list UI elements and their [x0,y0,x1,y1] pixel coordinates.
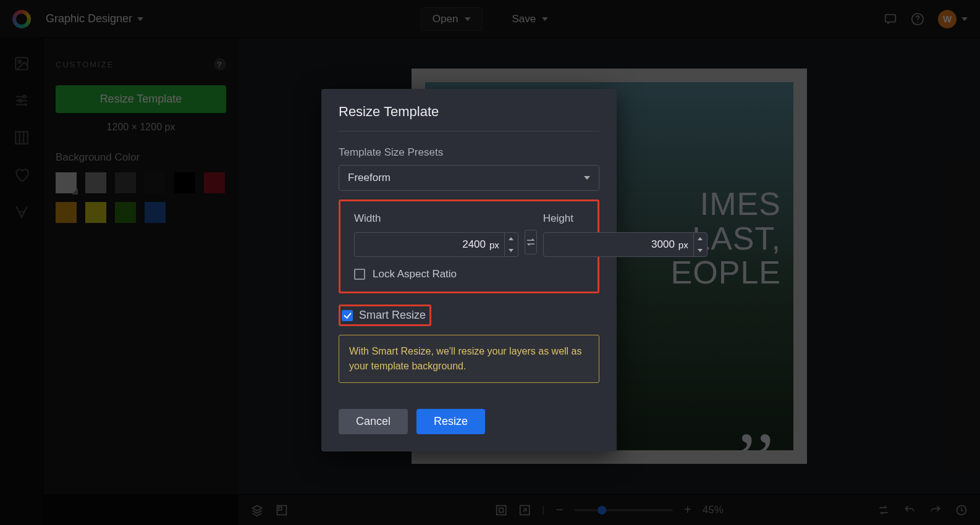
divider [339,131,599,132]
smart-resize-highlight: Smart Resize [339,304,431,326]
presets-label: Template Size Presets [339,146,599,159]
height-input-wrap: px [543,232,708,257]
dimensions-highlight: Width px Height px [339,200,599,293]
preset-value: Freeform [348,172,391,184]
width-step-up[interactable] [505,233,518,245]
width-label: Width [354,212,518,225]
height-unit: px [678,240,693,250]
info-text: With Smart Resize, we'll resize your lay… [349,344,589,374]
width-input-wrap: px [354,232,518,257]
height-step-down[interactable] [694,245,707,256]
height-label: Height [543,212,708,225]
swap-dimensions-button[interactable] [525,230,537,254]
height-stepper[interactable] [693,233,707,256]
smart-resize-checkbox[interactable] [342,310,353,321]
width-input[interactable] [355,238,489,251]
width-step-down[interactable] [505,245,518,256]
width-unit: px [489,240,504,250]
height-step-up[interactable] [694,233,707,245]
smart-resize-info: With Smart Resize, we'll resize your lay… [339,335,599,383]
resize-template-dialog: Resize Template Template Size Presets Fr… [321,89,617,452]
width-stepper[interactable] [504,233,518,256]
height-input[interactable] [544,238,678,251]
dialog-title: Resize Template [339,104,599,120]
lock-aspect-checkbox[interactable] [354,269,365,280]
app-shell: Graphic Designer Open Save W [0,0,980,38]
preset-select[interactable]: Freeform [339,165,599,191]
lock-aspect-label: Lock Aspect Ratio [373,268,457,280]
swap-arrows-icon [525,237,536,248]
smart-resize-label: Smart Resize [359,309,426,322]
chevron-down-icon [584,176,590,180]
resize-button[interactable]: Resize [416,409,485,434]
cancel-button[interactable]: Cancel [339,409,408,434]
